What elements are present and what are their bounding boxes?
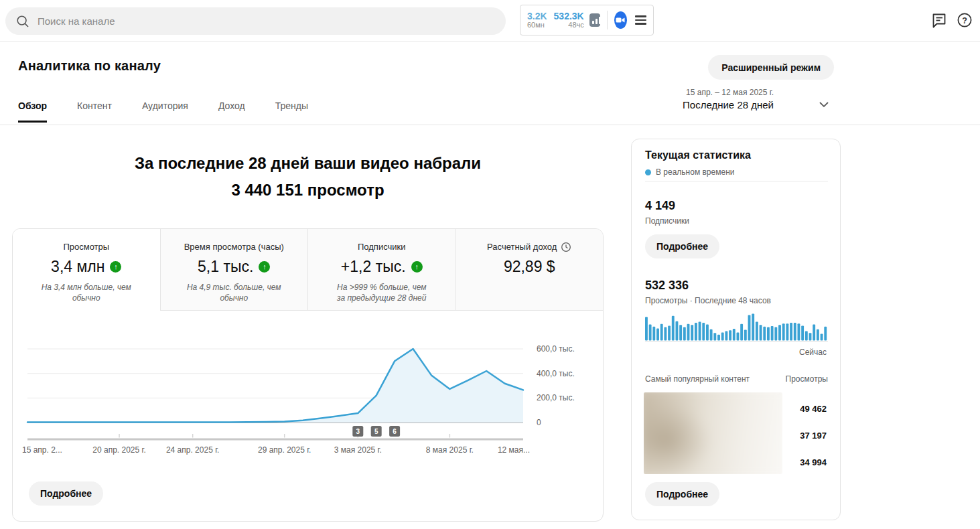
metric-value: 3,4 млн: [51, 258, 104, 276]
svg-text:3: 3: [356, 428, 360, 435]
metric-label: Просмотры: [63, 242, 109, 252]
video-camera-icon: [615, 15, 626, 25]
tab-revenue[interactable]: Доход: [218, 100, 245, 123]
views-48h-bar-chart[interactable]: [645, 312, 828, 346]
chart-details-button[interactable]: Подробнее: [29, 481, 103, 506]
svg-text:15 апр. 2...: 15 апр. 2...: [22, 445, 62, 455]
metric-tabs-row: Просмотры 3,4 млн ↑ На 3,4 млн больше, ч…: [13, 229, 603, 311]
metric-card-subscribers[interactable]: Подписчики +1,2 тыс. ↑ На >999 % больше,…: [307, 229, 456, 311]
top-content-header-row: Самый популярный контент Просмотры: [645, 374, 828, 384]
svg-text:20 апр. 2025 г.: 20 апр. 2025 г.: [92, 445, 145, 455]
top-content-thumbnails-blurred[interactable]: [644, 392, 782, 474]
chevron-down-icon[interactable]: [817, 98, 831, 111]
subscribers-details-button[interactable]: Подробнее: [645, 234, 719, 258]
svg-text:3 мая 2025 г.: 3 мая 2025 г.: [334, 445, 382, 455]
svg-text:600,0 тыс.: 600,0 тыс.: [537, 344, 575, 354]
analytics-tabs: Обзор Контент Аудитория Доход Тренды: [18, 100, 308, 123]
top-content-row-views: 49 462: [800, 404, 827, 414]
headline-line2: 3 440 151 просмотр: [12, 177, 604, 204]
tab-audience[interactable]: Аудитория: [142, 100, 188, 123]
top-content-header: Самый популярный контент: [645, 374, 750, 384]
page-title: Аналитика по каналу: [18, 58, 161, 74]
tab-content[interactable]: Контент: [77, 100, 112, 123]
tab-overview[interactable]: Обзор: [18, 100, 47, 123]
svg-text:5: 5: [374, 428, 378, 435]
stat-value: 3.2K: [527, 11, 547, 21]
trend-up-icon: ↑: [110, 261, 121, 273]
watch-minutes-stat: 3.2K 60мн: [527, 11, 547, 29]
views-48h-label: Просмотры · Последние 48 часов: [645, 296, 771, 305]
realtime-stats-card: Текущая статистика В реальном времени 4 …: [631, 139, 841, 520]
channel-search[interactable]: [5, 7, 506, 35]
views-48h-count: 532 336: [645, 279, 689, 293]
views-48h-stat: 532.3K 48чс: [554, 11, 584, 29]
clock-icon: [561, 242, 571, 252]
trend-up-icon: ↑: [411, 261, 423, 273]
divider: [645, 181, 828, 181]
metric-label: Расчетный доход: [487, 242, 557, 252]
search-input[interactable]: [38, 15, 439, 27]
channel-avatar[interactable]: [614, 11, 627, 29]
svg-text:29 апр. 2025 г.: 29 апр. 2025 г.: [258, 445, 311, 455]
now-label: Сейчас: [799, 348, 827, 357]
divider: [607, 11, 608, 29]
menu-icon[interactable]: [635, 15, 646, 24]
metric-card-watch-time[interactable]: Время просмотра (часы) 5,1 тыс. ↑ На 4,9…: [160, 229, 308, 311]
top-content-row-views: 34 994: [800, 457, 827, 467]
svg-text:0: 0: [537, 418, 541, 427]
mini-analytics-icon: [589, 13, 600, 27]
realtime-status: В реальном времени: [645, 167, 734, 177]
stat-value: 532.3K: [554, 11, 584, 21]
svg-text:8 мая 2025 г.: 8 мая 2025 г.: [426, 445, 474, 455]
stat-label: 48чс: [554, 21, 584, 29]
views-headline: За последние 28 дней ваши видео набрали …: [12, 150, 604, 204]
svg-text:400,0 тыс.: 400,0 тыс.: [537, 369, 575, 378]
date-range-selector[interactable]: 15 апр. – 12 мая 2025 г. Последние 28 дн…: [683, 88, 774, 110]
svg-text:200,0 тыс.: 200,0 тыс.: [537, 393, 575, 402]
subscribers-count: 4 149: [645, 199, 675, 213]
youtube-studio-analytics-page: 3.2K 60мн 532.3K 48чс: [0, 0, 980, 529]
overview-chart-card: Просмотры 3,4 млн ↑ На 3,4 млн больше, ч…: [12, 228, 604, 522]
realtime-card-title: Текущая статистика: [645, 149, 751, 161]
trend-up-icon: ↑: [259, 261, 270, 273]
headline-line1: За последние 28 дней ваши видео набрали: [12, 150, 604, 177]
stat-label: 60мн: [527, 21, 547, 29]
metric-value: +1,2 тыс.: [341, 258, 406, 276]
metric-value: 92,89 $: [504, 258, 555, 276]
metric-subtitle: На 4,9 тыс. больше, чем обычно: [161, 282, 308, 303]
metric-subtitle: На 3,4 млн больше, чем обычно: [13, 282, 160, 303]
top-content-details-button[interactable]: Подробнее: [645, 482, 719, 506]
quick-stats-widget[interactable]: 3.2K 60мн 532.3K 48чс: [520, 5, 654, 35]
metric-label: Подписчики: [358, 242, 406, 252]
subscribers-label: Подписчики: [645, 216, 689, 226]
live-dot-icon: [645, 169, 651, 175]
metric-subtitle: На >999 % больше, чем за предыдущие 28 д…: [308, 282, 456, 303]
svg-text:6: 6: [393, 428, 397, 435]
metric-value: 5,1 тыс.: [198, 258, 253, 276]
svg-text:?: ?: [962, 16, 967, 25]
topbar: 3.2K 60мн 532.3K 48чс: [0, 0, 980, 42]
search-icon: [16, 15, 29, 28]
metric-card-views[interactable]: Просмотры 3,4 млн ↑ На 3,4 млн больше, ч…: [13, 229, 160, 311]
date-preset-text: Последние 28 дней: [683, 99, 774, 110]
advanced-mode-button[interactable]: Расширенный режим: [708, 55, 834, 80]
views-trend-chart[interactable]: 600,0 тыс.400,0 тыс.200,0 тыс.015 апр. 2…: [13, 311, 604, 478]
metric-label: Время просмотра (часы): [184, 242, 284, 252]
blurred-thumbnail-image: [644, 392, 782, 474]
top-content-row-views: 37 197: [800, 431, 827, 441]
metric-card-revenue[interactable]: Расчетный доход 92,89 $: [456, 229, 604, 311]
tabs-divider: [0, 125, 980, 125]
tab-trends[interactable]: Тренды: [275, 100, 308, 123]
help-icon[interactable]: ?: [957, 12, 973, 28]
realtime-label: В реальном времени: [656, 167, 734, 177]
svg-text:12 мая...: 12 мая...: [498, 445, 530, 455]
date-range-text: 15 апр. – 12 мая 2025 г.: [683, 88, 774, 97]
svg-text:24 апр. 2025 г.: 24 апр. 2025 г.: [166, 445, 219, 455]
feedback-icon[interactable]: [931, 12, 947, 29]
top-content-views-header: Просмотры: [786, 374, 828, 384]
